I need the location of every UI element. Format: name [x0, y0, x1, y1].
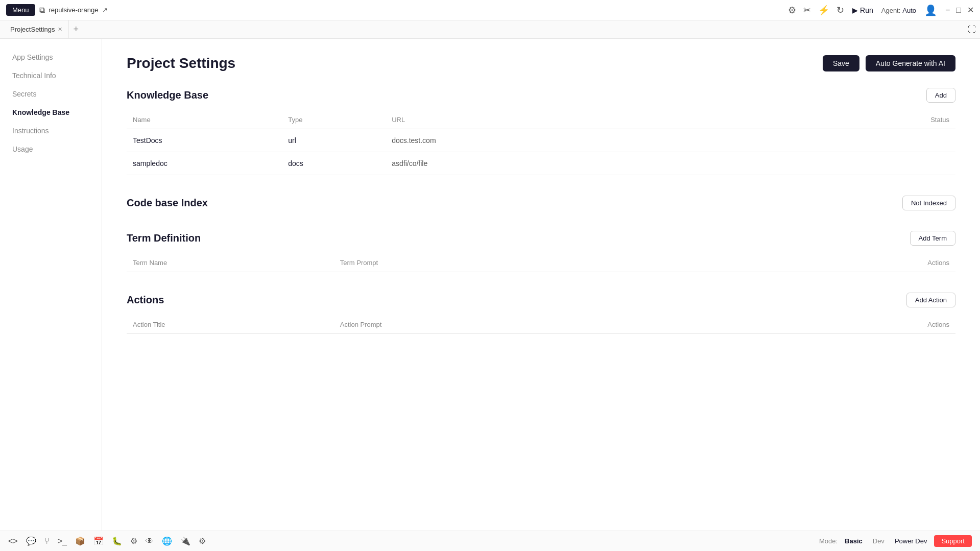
restore-icon[interactable]: ⧉: [39, 6, 45, 15]
calendar-icon[interactable]: 📅: [93, 536, 104, 546]
tab-bar: ProjectSettings ✕ + ⛶: [0, 20, 980, 39]
col-header-type: Type: [282, 111, 386, 129]
col-header-status: Status: [800, 111, 955, 129]
action-col-header-actions: Actions: [748, 316, 955, 334]
window-controls: − □ ✕: [945, 5, 974, 15]
kb-row-status: [800, 129, 955, 152]
kb-row-type: docs: [282, 152, 386, 175]
mode-basic[interactable]: Basic: [842, 536, 866, 546]
tab-label: ProjectSettings: [10, 26, 55, 33]
box-icon[interactable]: 📦: [75, 536, 85, 546]
support-button[interactable]: Support: [934, 535, 972, 547]
sidebar-item-secrets[interactable]: Secrets: [8, 86, 93, 102]
actions-section: Actions Add Action Action Title Action P…: [127, 293, 955, 334]
disconnect-icon[interactable]: ✂: [803, 5, 811, 16]
fork-icon[interactable]: ⑂: [44, 537, 50, 546]
actions-title: Actions: [127, 294, 164, 306]
header-actions: Save Auto Generate with AI: [823, 55, 955, 71]
gear-icon[interactable]: ⚙: [130, 536, 137, 546]
sync-icon[interactable]: ↻: [836, 5, 844, 16]
add-term-button[interactable]: Add Term: [910, 231, 955, 246]
table-row: sampledoc docs asdfi/co/file: [127, 152, 955, 175]
action-col-header-prompt: Action Prompt: [334, 316, 749, 334]
chat-icon[interactable]: 💬: [26, 536, 36, 546]
title-bar-left: Menu ⧉ repulsive-orange ↗: [6, 4, 108, 16]
run-button[interactable]: ▶ Run: [852, 6, 873, 14]
maximize-button[interactable]: □: [956, 6, 961, 15]
sidebar-item-knowledge-base[interactable]: Knowledge Base: [8, 104, 93, 121]
settings2-icon[interactable]: ⚙: [199, 536, 206, 546]
term-col-header-actions: Actions: [748, 254, 955, 272]
close-button[interactable]: ✕: [967, 5, 974, 15]
content-area: Project Settings Save Auto Generate with…: [102, 39, 980, 531]
fullscreen-icon[interactable]: ⛶: [968, 25, 976, 34]
add-knowledge-button[interactable]: Add: [926, 88, 955, 103]
mode-power-dev[interactable]: Power Dev: [892, 536, 930, 546]
kb-row-type: url: [282, 129, 386, 152]
page-header: Project Settings Save Auto Generate with…: [127, 55, 955, 71]
project-name: repulsive-orange: [49, 6, 99, 14]
auto-generate-ai-button[interactable]: Auto Generate with AI: [866, 55, 955, 71]
table-row: TestDocs url docs.test.com: [127, 129, 955, 152]
settings-icon[interactable]: ⚙: [788, 5, 796, 16]
save-button[interactable]: Save: [823, 55, 859, 71]
mode-label: Mode:: [819, 537, 838, 545]
plugin-icon[interactable]: 🔌: [180, 536, 190, 546]
actions-table: Action Title Action Prompt Actions: [127, 316, 955, 334]
branch-icon[interactable]: ⚡: [818, 5, 829, 16]
knowledge-base-table: Name Type URL Status TestDocs url docs.t…: [127, 111, 955, 175]
status-bar-icons: <> 💬 ⑂ >_ 📦 📅 🐛 ⚙ 👁 🌐 🔌 ⚙: [8, 536, 206, 546]
status-bar: <> 💬 ⑂ >_ 📦 📅 🐛 ⚙ 👁 🌐 🔌 ⚙ Mode: Basic De…: [0, 531, 980, 551]
agent-label: Agent:: [881, 7, 901, 14]
agent-value: Auto: [902, 7, 916, 14]
term-definition-header: Term Definition Add Term: [127, 231, 955, 246]
code-base-index-header: Code base Index Not Indexed: [127, 196, 955, 210]
sidebar-item-usage[interactable]: Usage: [8, 141, 93, 157]
sidebar-item-technical-info[interactable]: Technical Info: [8, 67, 93, 84]
code-base-index-section: Code base Index Not Indexed: [127, 196, 955, 210]
mode-dev[interactable]: Dev: [870, 536, 888, 546]
not-indexed-button[interactable]: Not Indexed: [902, 196, 955, 210]
minimize-button[interactable]: −: [945, 6, 950, 15]
code-icon[interactable]: <>: [8, 537, 18, 546]
external-link-icon[interactable]: ↗: [102, 6, 108, 14]
mode-section: Mode: Basic Dev Power Dev Support: [819, 535, 972, 547]
bug-icon[interactable]: 🐛: [112, 536, 122, 546]
knowledge-base-header: Knowledge Base Add: [127, 88, 955, 103]
code-base-index-title: Code base Index: [127, 197, 208, 209]
sidebar: App Settings Technical Info Secrets Know…: [0, 39, 102, 531]
term-definition-section: Term Definition Add Term Term Name Term …: [127, 231, 955, 272]
action-col-header-title: Action Title: [127, 316, 334, 334]
title-bar-right: ⚙ ✂ ⚡ ↻ ▶ Run Agent: Auto 👤 − □ ✕: [788, 4, 974, 16]
play-icon: ▶: [852, 6, 858, 14]
term-col-header-prompt: Term Prompt: [334, 254, 749, 272]
kb-row-name: sampledoc: [127, 152, 282, 175]
kb-row-name: TestDocs: [127, 129, 282, 152]
agent-section: Agent: Auto: [881, 6, 916, 14]
eye-icon[interactable]: 👁: [146, 537, 154, 546]
title-bar: Menu ⧉ repulsive-orange ↗ ⚙ ✂ ⚡ ↻ ▶ Run …: [0, 0, 980, 20]
menu-button[interactable]: Menu: [6, 4, 35, 16]
toolbar-icons: ⚙ ✂ ⚡ ↻: [788, 5, 844, 16]
sidebar-item-app-settings[interactable]: App Settings: [8, 49, 93, 65]
term-definition-title: Term Definition: [127, 232, 201, 244]
tab-add-button[interactable]: +: [69, 24, 83, 35]
sidebar-item-instructions[interactable]: Instructions: [8, 123, 93, 139]
globe-icon[interactable]: 🌐: [162, 536, 172, 546]
tab-close-icon[interactable]: ✕: [58, 26, 62, 33]
user-avatar[interactable]: 👤: [924, 4, 937, 16]
terminal-icon[interactable]: >_: [58, 537, 67, 546]
kb-row-url: docs.test.com: [386, 129, 800, 152]
add-action-button[interactable]: Add Action: [906, 293, 955, 307]
tab-project-settings[interactable]: ProjectSettings ✕: [4, 20, 69, 38]
kb-row-url: asdfi/co/file: [386, 152, 800, 175]
knowledge-base-title: Knowledge Base: [127, 89, 208, 101]
col-header-name: Name: [127, 111, 282, 129]
run-label: Run: [860, 6, 873, 14]
actions-header: Actions Add Action: [127, 293, 955, 307]
knowledge-base-section: Knowledge Base Add Name Type URL Status …: [127, 88, 955, 175]
term-col-header-name: Term Name: [127, 254, 334, 272]
main-layout: App Settings Technical Info Secrets Know…: [0, 39, 980, 531]
kb-row-status: [800, 152, 955, 175]
term-definition-table: Term Name Term Prompt Actions: [127, 254, 955, 272]
